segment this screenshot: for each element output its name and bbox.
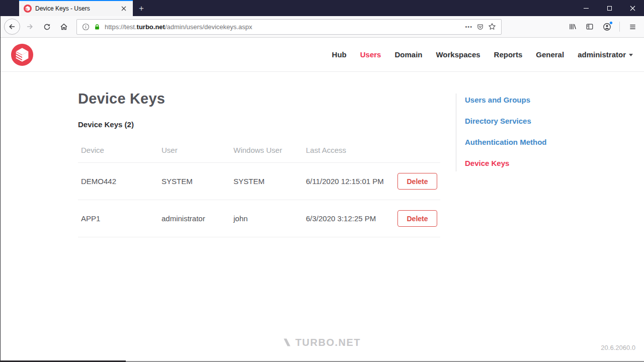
bookmark-star-icon[interactable]: [488, 23, 496, 31]
footer-brand: TURBO.NET: [283, 337, 361, 348]
new-tab-button[interactable]: +: [133, 1, 150, 16]
hamburger-icon: [629, 23, 636, 31]
nav-item-reports[interactable]: Reports: [494, 50, 523, 59]
forward-button[interactable]: [22, 19, 37, 34]
nav-item-general[interactable]: General: [536, 50, 564, 59]
window-left-border: [0, 16, 1, 362]
settings-sidebar: Users and Groups Directory Services Auth…: [456, 94, 546, 171]
sidebar-item-authentication-method[interactable]: Authentication Method: [465, 138, 546, 146]
minimize-icon: [584, 8, 589, 9]
nav-item-domain[interactable]: Domain: [394, 50, 422, 59]
reload-icon: [43, 23, 51, 31]
back-button[interactable]: [4, 19, 20, 35]
cell-last-access: 6/11/2020 12:15:01 PM: [306, 177, 397, 186]
url-text[interactable]: https://test.turbo.net/admin/users/devic…: [105, 23, 461, 31]
library-icon: [569, 23, 577, 31]
forward-arrow-icon: [26, 23, 34, 31]
url-bar[interactable]: https://test.turbo.net/admin/users/devic…: [76, 19, 502, 35]
https-lock-icon[interactable]: [94, 23, 101, 31]
table-row: DEMO442 SYSTEM SYSTEM 6/11/2020 12:15:01…: [78, 163, 440, 200]
page-actions-icon[interactable]: •••: [465, 24, 472, 30]
window-controls: [575, 0, 644, 16]
browser-tab[interactable]: Device Keys - Users: [19, 0, 133, 16]
page-info-icon[interactable]: [82, 23, 90, 31]
cell-device: APP1: [81, 214, 162, 223]
table-row: APP1 administrator john 6/3/2020 3:12:25…: [78, 200, 440, 237]
page-title: Device Keys: [78, 90, 440, 107]
footer-brand-text: TURBO.NET: [295, 337, 361, 348]
sidebar-toggle-button[interactable]: [582, 19, 597, 34]
maximize-icon: [607, 6, 612, 11]
device-keys-table: Device User Windows User Last Access DEM…: [78, 141, 440, 237]
menu-button[interactable]: [625, 19, 640, 34]
turbo-wedge-icon: [283, 338, 291, 347]
cell-user: administrator: [162, 214, 233, 223]
minimize-button[interactable]: [575, 0, 598, 16]
table-header-row: Device User Windows User Last Access: [78, 141, 440, 163]
home-button[interactable]: [56, 19, 71, 34]
nav-item-administrator[interactable]: administrator: [578, 50, 633, 59]
maximize-button[interactable]: [598, 0, 621, 16]
back-arrow-icon: [8, 23, 16, 31]
main-panel: Device Keys Device Keys (2) Device User …: [78, 72, 440, 323]
tab-favicon-turbo-icon: [24, 5, 32, 13]
cell-user: SYSTEM: [162, 177, 233, 186]
home-icon: [60, 23, 68, 31]
library-button[interactable]: [565, 19, 580, 34]
sidebar-item-users-and-groups[interactable]: Users and Groups: [465, 96, 546, 104]
sidebar-item-device-keys[interactable]: Device Keys: [465, 159, 546, 167]
site-header: Hub Users Domain Workspaces Reports Gene…: [0, 38, 644, 72]
col-header-user: User: [162, 146, 233, 154]
version-label: 20.6.2060.0: [601, 344, 635, 351]
sidebar-item-directory-services[interactable]: Directory Services: [465, 117, 546, 125]
chevron-down-icon: [629, 54, 633, 56]
turbo-logo-icon[interactable]: [11, 44, 33, 66]
toolbar-separator: [619, 22, 620, 32]
close-icon: [630, 6, 635, 11]
delete-button[interactable]: Delete: [397, 210, 437, 227]
tab-close-icon[interactable]: [119, 4, 128, 13]
close-button[interactable]: [621, 0, 644, 16]
device-keys-count: Device Keys (2): [78, 120, 440, 129]
nav-item-workspaces[interactable]: Workspaces: [436, 50, 480, 59]
col-header-windows-user: Windows User: [233, 146, 306, 154]
sidebar-icon: [586, 23, 594, 31]
delete-button[interactable]: Delete: [397, 173, 437, 190]
content-area: Device Keys Device Keys (2) Device User …: [0, 72, 644, 323]
administrator-label: administrator: [578, 50, 626, 59]
cell-device: DEMO442: [81, 177, 162, 186]
cell-windows-user: john: [233, 214, 306, 223]
col-header-device: Device: [81, 146, 162, 154]
browser-titlebar: Device Keys - Users +: [0, 0, 644, 16]
tab-title: Device Keys - Users: [35, 5, 116, 12]
nav-item-hub[interactable]: Hub: [332, 50, 347, 59]
pocket-icon[interactable]: [476, 23, 484, 31]
col-header-last-access: Last Access: [306, 146, 397, 154]
reload-button[interactable]: [39, 19, 54, 34]
cell-windows-user: SYSTEM: [233, 177, 306, 186]
site-nav: Hub Users Domain Workspaces Reports Gene…: [332, 50, 633, 59]
site-footer: TURBO.NET 20.6.2060.0: [0, 323, 644, 362]
account-button[interactable]: [599, 19, 614, 34]
cell-last-access: 6/3/2020 3:12:25 PM: [306, 214, 397, 223]
page-body: Hub Users Domain Workspaces Reports Gene…: [0, 38, 644, 362]
browser-toolbar: https://test.turbo.net/admin/users/devic…: [0, 16, 644, 38]
nav-item-users[interactable]: Users: [360, 50, 381, 59]
account-notification-dot: [609, 21, 613, 25]
